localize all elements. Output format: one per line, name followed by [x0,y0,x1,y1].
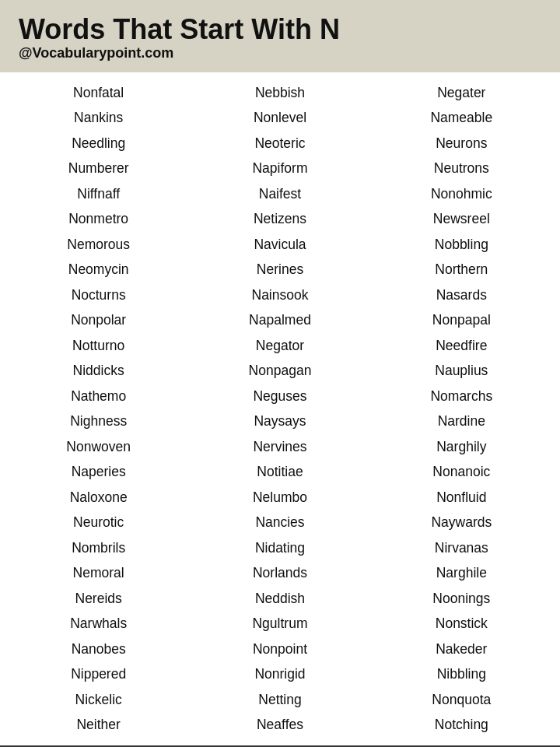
list-item: Navicula [189,232,370,258]
list-item: Naperies [8,459,189,485]
list-item: Negater [371,80,552,106]
list-item: Naifest [189,181,370,207]
list-item: Notitiae [189,459,370,485]
list-item: Naywards [371,510,552,535]
list-item: Nonpapal [371,307,552,333]
list-item: Nighness [8,409,189,434]
list-item: Nonpolar [8,307,189,333]
list-item: Nirvanas [371,535,552,561]
list-item: Netizens [189,206,370,232]
list-item: Nonpoint [189,637,370,662]
list-item: Niffnaff [8,181,189,207]
list-item: Nonfatal [8,80,189,106]
list-item: Nonrigid [189,661,370,687]
list-item: Nervines [189,434,370,460]
list-item: Napiform [189,156,370,181]
page-title: Words That Start With N [19,14,541,45]
list-item: Nanobes [8,637,189,662]
list-item: Nainsook [189,282,370,308]
list-item: Notching [371,712,552,738]
list-item: Neddish [189,586,370,612]
word-grid: NonfatalNebbishNegaterNankinsNonlevelNam… [0,72,560,745]
list-item: Negator [189,333,370,359]
list-item: Nelumbo [189,485,370,510]
list-item: Notturno [8,333,189,359]
list-item: Nonpagan [189,358,370,384]
list-item: Nerines [189,257,370,282]
list-item: Norlands [189,560,370,586]
list-item: Neither [8,712,189,738]
header: Words That Start With N @Vocabularypoint… [0,0,560,72]
list-item: Needfire [371,333,552,359]
list-item: Nathemo [8,384,189,409]
list-item: Napalmed [189,307,370,333]
list-item: Nickelic [8,687,189,713]
list-item: Nonlevel [189,105,370,131]
list-item: Nardine [371,409,552,434]
list-item: Nibbling [371,661,552,687]
list-item: Narghily [371,434,552,460]
list-item: Neoteric [189,131,370,156]
list-item: Nippered [8,661,189,687]
list-item: Nemorous [8,232,189,258]
list-item: Naysays [189,409,370,434]
list-item: Nidating [189,535,370,561]
list-item: Nonwoven [8,434,189,460]
list-item: Nombrils [8,535,189,561]
list-item: Nameable [371,105,552,131]
list-item: Nebbish [189,80,370,106]
list-item: Nobbling [371,232,552,258]
list-item: Nauplius [371,358,552,384]
list-item: Nakeder [371,637,552,662]
list-item: Neaffes [189,712,370,738]
list-item: Nonfluid [371,485,552,510]
list-item: Nasards [371,282,552,308]
list-item: Niddicks [8,358,189,384]
list-item: Netting [189,687,370,713]
list-item: Naloxone [8,485,189,510]
list-item: Nomarchs [371,384,552,409]
list-item: Nankins [8,105,189,131]
page-subtitle: @Vocabularypoint.com [19,45,541,61]
list-item: Neurotic [8,510,189,535]
list-item: Nonohmic [371,181,552,207]
list-item: Newsreel [371,206,552,232]
list-item: Nancies [189,510,370,535]
list-item: Narghile [371,560,552,586]
list-item: Nonmetro [8,206,189,232]
list-item: Nocturns [8,282,189,308]
list-item: Noonings [371,586,552,612]
list-item: Neguses [189,384,370,409]
list-item: Neutrons [371,156,552,181]
list-item: Narwhals [8,611,189,637]
list-item: Nonanoic [371,459,552,485]
list-item: Nemoral [8,560,189,586]
list-item: Northern [371,257,552,282]
list-item: Nonquota [371,687,552,713]
list-item: Nereids [8,586,189,612]
list-item: Neomycin [8,257,189,282]
list-item: Nonstick [371,611,552,637]
list-item: Needling [8,131,189,156]
list-item: Numberer [8,156,189,181]
list-item: Ngultrum [189,611,370,637]
list-item: Neurons [371,131,552,156]
